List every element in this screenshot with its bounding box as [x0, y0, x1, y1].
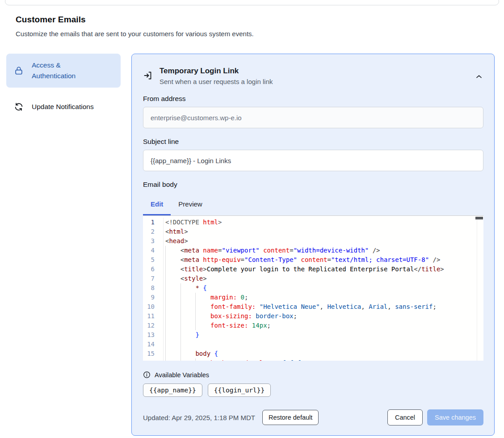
- email-body-tabs: Edit Preview: [143, 194, 483, 215]
- page-header: Customer Emails Customize the emails tha…: [16, 15, 488, 38]
- sidebar-item-access-authentication[interactable]: Access & Authentication: [6, 54, 121, 88]
- code-line: 3<head>: [143, 236, 483, 246]
- code-line: 1<!DOCTYPE html>: [143, 218, 483, 227]
- code-line: 6<title>Complete your login to the Repli…: [143, 265, 483, 274]
- cutoff-card-above: [5, 0, 499, 5]
- code-line: 2<html>: [143, 227, 483, 236]
- code-editor[interactable]: 1<!DOCTYPE html>2<html>3<head>4<meta nam…: [143, 215, 483, 361]
- code-editor-lines: 1<!DOCTYPE html>2<html>3<head>4<meta nam…: [143, 216, 483, 361]
- variable-chip[interactable]: {{app_name}}: [143, 383, 202, 397]
- chevron-up-icon[interactable]: [475, 72, 483, 81]
- sidebar-item-update-notifications[interactable]: Update Notifications: [6, 95, 121, 118]
- code-line: 15body {: [143, 349, 483, 358]
- lock-icon: [13, 65, 24, 76]
- code-line: 10font-family: "Helvetica Neue", Helveti…: [143, 302, 483, 312]
- editor-scrollbar-thumb[interactable]: [475, 217, 483, 219]
- subject-line-input[interactable]: [143, 150, 483, 171]
- updated-timestamp: Updated: Apr 29, 2025, 1:18 PM MDT: [143, 414, 255, 421]
- card-footer: Updated: Apr 29, 2025, 1:18 PM MDT Resto…: [143, 409, 483, 425]
- code-line: 11box-sizing: border-box;: [143, 312, 483, 321]
- info-icon: [143, 371, 151, 379]
- cancel-button[interactable]: Cancel: [387, 409, 423, 425]
- page-title: Customer Emails: [16, 15, 488, 25]
- save-changes-button[interactable]: Save changes: [427, 409, 483, 425]
- code-line: 8* {: [143, 283, 483, 293]
- login-link-icon: [143, 70, 154, 81]
- email-types-sidebar: Access & Authentication Update Notificat…: [6, 54, 121, 126]
- editor-scrollbar-track: [477, 216, 477, 361]
- tab-preview[interactable]: Preview: [171, 194, 210, 215]
- code-line: 5<meta http-equiv="Content-Type" content…: [143, 255, 483, 265]
- code-line: 16background-color: #f5f8f9;: [143, 358, 483, 361]
- from-address-input[interactable]: [143, 107, 483, 128]
- temporary-login-link-card: Temporary Login Link Sent when a user re…: [131, 54, 495, 436]
- sidebar-item-label: Update Notifications: [32, 101, 94, 112]
- card-header: Temporary Login Link Sent when a user re…: [143, 67, 483, 85]
- code-line: 12font-size: 14px;: [143, 321, 483, 330]
- card-title: Temporary Login Link: [160, 67, 475, 76]
- from-address-label: From address: [143, 95, 483, 103]
- refresh-icon: [13, 101, 24, 112]
- restore-default-button[interactable]: Restore default: [262, 410, 319, 425]
- page-subtitle: Customize the emails that are sent to yo…: [16, 30, 488, 38]
- code-line: 14: [143, 340, 483, 349]
- code-line: 4<meta name="viewport" content="width=de…: [143, 246, 483, 255]
- email-body-label: Email body: [143, 181, 483, 189]
- tab-edit[interactable]: Edit: [143, 194, 171, 215]
- subject-line-label: Subject line: [143, 138, 483, 146]
- code-line: 9margin: 0;: [143, 293, 483, 302]
- variable-chip[interactable]: {{login_url}}: [208, 383, 271, 397]
- variable-chips: {{app_name}}{{login_url}}: [143, 383, 483, 397]
- card-subtitle: Sent when a user requests a login link: [160, 78, 475, 85]
- code-line: 7<style>: [143, 274, 483, 283]
- available-variables-label: Available Variables: [155, 371, 209, 379]
- code-line: 13}: [143, 330, 483, 340]
- sidebar-item-label: Access & Authentication: [32, 60, 86, 81]
